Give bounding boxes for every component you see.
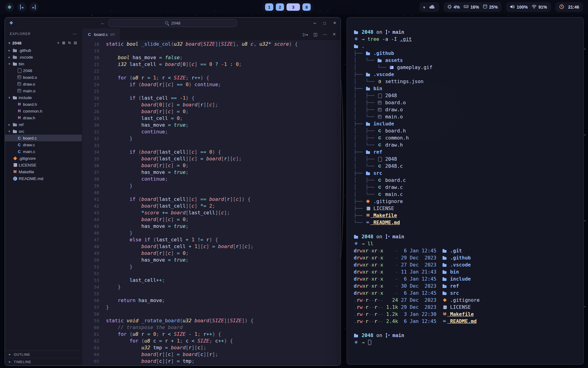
code-line[interactable]: 22 (82, 68, 341, 75)
workspace-3[interactable]: 3 (287, 3, 300, 11)
back-button[interactable] (100, 20, 105, 26)
code-line[interactable]: 59static void _rotate_board(u32 board[SI… (82, 317, 341, 324)
project-row[interactable]: 2048 (5, 39, 82, 47)
tree-item-README.md[interactable]: README.md (5, 175, 82, 182)
code-line[interactable]: 63 u32 tmp = board[r][c]; (82, 344, 341, 351)
media-next-button[interactable] (29, 2, 39, 12)
tree-item-board.c[interactable]: board.c (5, 135, 82, 141)
code-line[interactable]: 47 else if (last_cell + 1 != r) { (82, 236, 341, 243)
code-line[interactable]: 35 board[last_cell][c] = board[r][c]; (82, 155, 341, 162)
vscode-titlebar[interactable]: 2048 (5, 17, 341, 29)
code-line[interactable]: 50 has_move = true; (82, 257, 341, 263)
code-line[interactable]: 32 } (82, 135, 341, 142)
maximize-button[interactable] (323, 21, 326, 25)
code-line[interactable]: 28 board[r][c] = 0; (82, 108, 341, 115)
terminal-window[interactable]: 2048 on main → tree -a -I .git .├── .git… (347, 17, 584, 365)
code-line[interactable]: 60 // transpose the board (82, 324, 341, 331)
tree-item-2048[interactable]: 2048 (5, 67, 82, 74)
code-line[interactable]: 42 board[last_cell][c] *= 2; (82, 203, 341, 209)
tree-item-board.h[interactable]: board.h (5, 101, 82, 108)
code-line[interactable]: 56 return has_move; (82, 297, 341, 304)
code-line[interactable]: 34 if (board[last_cell][c] == 0) { (82, 149, 341, 155)
new-file-button[interactable] (57, 41, 59, 45)
code-line[interactable]: 61 for (u8 r = 0; r < SIZE - 1; r++) { (82, 331, 341, 338)
tree-item-bin[interactable]: bin (5, 60, 82, 67)
new-folder-button[interactable] (62, 41, 65, 45)
code-editor[interactable]: 18static bool _slide_col(u32 board[SIZE]… (82, 40, 341, 366)
token: last_cell (159, 203, 186, 209)
code-line[interactable]: 20 bool has_move = false; (82, 54, 341, 61)
code-line[interactable]: 19 (82, 48, 341, 54)
code-line[interactable]: 38 continue; (82, 176, 341, 182)
minimize-button[interactable] (313, 20, 316, 26)
explorer-more-button[interactable] (73, 31, 77, 36)
panel-timeline[interactable]: TIMELINE (5, 358, 82, 366)
code-line[interactable]: 65 board[c][r] = tmp; (82, 358, 341, 365)
code-line[interactable]: 25 (82, 88, 341, 95)
code-line[interactable]: 49 board[r][c] = 0; (82, 250, 341, 257)
workspace-1[interactable]: 1 (265, 3, 273, 11)
code-line[interactable]: 52 (82, 270, 341, 277)
code-line[interactable]: 21 i32 last_cell = board[0][c] == 0 ? -1… (82, 61, 341, 68)
tree-item-.gitignore[interactable]: .gitignore (5, 155, 82, 162)
code-line[interactable]: 41 if (board[last_cell][c] == board[r][c… (82, 196, 341, 203)
tree-item-main.o[interactable]: main.o (5, 87, 82, 94)
code-line[interactable]: 27 board[0][c] = board[r][c]; (82, 102, 341, 108)
tree-item-.vscode[interactable]: .vscode (5, 54, 82, 60)
command-center-search[interactable]: 2048 (108, 19, 237, 27)
collapse-folders-button[interactable] (74, 41, 77, 45)
code-line[interactable]: 45 has_move = true; (82, 223, 341, 230)
code-line[interactable]: 58 (82, 311, 341, 317)
panel-outline[interactable]: OUTLINE (5, 351, 82, 358)
split-editor-button[interactable] (313, 32, 317, 37)
code-line[interactable]: 48 board[last_cell + 1][c] = board[r][c]… (82, 243, 341, 250)
weather-widget[interactable] (419, 2, 439, 12)
code-line[interactable]: 46 } (82, 230, 341, 236)
tree-item-include[interactable]: include (5, 94, 82, 101)
code-line[interactable]: 26 if (last_cell == -1) { (82, 95, 341, 102)
token: true (174, 223, 186, 229)
code-line[interactable]: 37 has_move = true; (82, 169, 341, 176)
tree-item-board.o[interactable]: board.o (5, 74, 82, 81)
tree-item-draw.o[interactable]: draw.o (5, 81, 82, 87)
code-line[interactable]: 18static bool _slide_col(u32 board[SIZE]… (82, 41, 341, 48)
code-line[interactable]: 23 for (u8 r = 1; r < SIZE; r++) { (82, 75, 341, 81)
code-line[interactable]: 29 last_cell = 0; (82, 115, 341, 122)
tree-item-ref[interactable]: ref (5, 121, 82, 128)
code-line[interactable]: 53 last_cell++; (82, 277, 341, 284)
code-line[interactable]: 54 } (82, 284, 341, 290)
code-line[interactable]: 43 *score += board[last_cell][c]; (82, 209, 341, 216)
tree-item-main.c[interactable]: main.c (5, 148, 82, 155)
code-line[interactable]: 40 (82, 189, 341, 196)
code-line[interactable]: 44 board[r][c] = 0; (82, 216, 341, 223)
close-button[interactable] (333, 20, 336, 26)
workspace-8[interactable]: 8 (303, 3, 311, 11)
code-line[interactable]: 57} (82, 304, 341, 311)
workspace-2[interactable]: 2 (276, 3, 284, 11)
refresh-explorer-button[interactable] (68, 41, 71, 45)
tree-item-Makefile[interactable]: Makefile (5, 168, 82, 175)
code-line[interactable]: 39 } (82, 182, 341, 189)
code-line[interactable]: 51 } (82, 263, 341, 270)
code-line[interactable]: 31 continue; (82, 128, 341, 135)
code-line[interactable]: 36 board[r][c] = 0; (82, 162, 341, 169)
code-line[interactable]: 33 (82, 142, 341, 149)
tab-board-c[interactable]: board.c src (82, 29, 120, 40)
tree-item-common.h[interactable]: common.h (5, 108, 82, 114)
tree-item-draw.c[interactable]: draw.c (5, 141, 82, 148)
run-file-button[interactable] (303, 32, 308, 37)
media-prev-button[interactable] (17, 2, 26, 12)
code-line[interactable]: 30 has_move = true; (82, 122, 341, 128)
more-actions-button[interactable] (323, 32, 327, 37)
tree-item-src[interactable]: src (5, 128, 82, 135)
code-line[interactable]: 62 for (u8 c = r + 1; c < SIZE; c++) { (82, 338, 341, 344)
code-line[interactable]: 24 if (board[r][c] == 0) continue; (82, 81, 341, 88)
code-text: } (99, 263, 133, 270)
launcher-button[interactable] (5, 2, 14, 12)
code-line[interactable]: 55 (82, 290, 341, 297)
tree-item-draw.h[interactable]: draw.h (5, 114, 82, 121)
code-line[interactable]: 64 board[r][c] = board[c][r]; (82, 351, 341, 358)
tree-item-LICENSE[interactable]: LICENSE (5, 162, 82, 168)
tree-item-.github[interactable]: .github (5, 47, 82, 54)
close-editor-button[interactable] (333, 32, 336, 37)
